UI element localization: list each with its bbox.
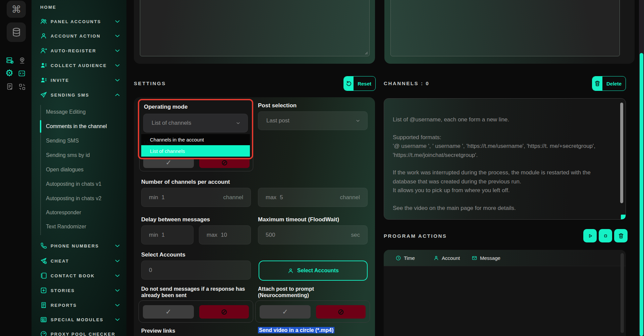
submenu-autoresponder[interactable]: Autoresponder [32,208,126,218]
chevron-down-icon [114,316,121,323]
toggle-no-button[interactable]: ⊘ [199,305,249,319]
reset-icon [344,76,354,91]
command-icon: ⌘ [11,4,21,15]
stop-icon [602,233,609,239]
chevron-down-icon [114,76,121,84]
page-scrollbar-thumb[interactable] [640,53,643,336]
notebook-icon [40,272,47,279]
post-selection-select[interactable]: Last post [258,111,368,130]
accounts-count-input[interactable]: 0 [141,261,251,280]
resize-handle-icon[interactable] [364,51,368,55]
channels-resize-handle[interactable] [621,215,626,219]
program-actions-title: PROGRAM ACTIONS [384,233,447,239]
timeout-input[interactable]: 500 sec [258,225,368,244]
operating-mode-dropdown: Channels in the account List of channels [141,134,250,157]
dropdown-option-channels-in-account[interactable]: Channels in the account [141,134,250,145]
chevron-up-icon [114,91,121,99]
submenu-sending-sms[interactable]: Sending SMS [32,136,126,146]
clipboard-check-icon[interactable] [6,82,14,91]
sidebar-item-account-action[interactable]: ACCOUNT ACTION [32,30,126,42]
submenu-message-editing[interactable]: Message Editing [32,107,126,117]
message-panel [134,0,375,64]
submenu-text-randomizer[interactable]: Text Randomizer [32,222,126,232]
sidebar-item-special-modules[interactable]: SPECIAL MODULES [32,314,126,326]
right-textarea[interactable] [390,0,620,56]
sidebar-item-proxy-pool-checker[interactable]: PROXY POOL CHECKER [32,328,126,336]
sidebar-item-reports[interactable]: REPORTS [32,299,126,311]
paper-plane-icon [40,91,47,99]
sidebar-item-stories[interactable]: STORIES [32,284,126,296]
toggle-yes-button[interactable]: ✓ [143,305,194,319]
sidebar-item-phone-numbers[interactable]: PHONE NUMBERS [32,240,126,252]
trash-button[interactable] [614,229,628,242]
toggle-yes-button[interactable]: ✓ [260,305,311,319]
channels-scrollbar[interactable] [620,103,623,203]
delay-min-input[interactable]: min1 [141,225,194,244]
sidebar-item-collect-audience[interactable]: COLLECT AUDIENCE [32,59,126,71]
sidebar-item-sending-sms[interactable]: SENDING SMS [32,89,126,101]
table-scrollbar[interactable] [621,253,624,333]
chevron-down-icon [114,287,121,294]
chevron-down-icon [114,47,121,54]
send-video-label[interactable]: Send video in a circle (*.mp4) [258,327,334,333]
database-icon [11,27,21,37]
user-icon [40,32,47,40]
program-actions-table: Time Account Message [384,250,626,336]
webcam-icon[interactable] [18,56,26,64]
message-textarea[interactable] [140,0,370,56]
operating-mode-select[interactable]: List of channels [143,114,248,132]
delete-button[interactable]: Delete [592,76,626,91]
stop-button[interactable] [599,229,612,242]
submenu-sending-sms-by-id[interactable]: Sending sms by id [32,150,126,160]
channels-info-text: List of @username, each one form a new l… [393,116,595,211]
gear-icon[interactable]: ⚙ [5,69,13,77]
chevron-down-icon [114,257,121,265]
max-timeout-label: Maximum timeout (FloodWait) [258,216,339,223]
submenu-autoposting-v2[interactable]: Autoposting in chats v2 [32,193,126,204]
sidebar-item-contact-book[interactable]: CONTACT BOOK [32,270,126,282]
sidebar-item-auto-register[interactable]: AUTO-REGISTER [32,45,126,57]
column-message: Message [472,250,500,266]
sidebar-item-panel-accounts[interactable]: PANEL ACCOUNTS [32,15,126,27]
code-window-icon[interactable] [18,69,26,77]
chevron-down-icon [235,120,241,126]
chevron-down-icon [355,118,361,123]
submenu-autoposting-v1[interactable]: Autoposting in chats v1 [32,179,126,189]
database-button[interactable] [7,22,26,42]
sidebar-item-home[interactable]: HOME [32,1,126,13]
sidebar-item-cheat[interactable]: CHEAT [32,255,126,267]
clock-icon [395,255,401,261]
sidebar-item-invite[interactable]: INVITE [32,74,126,86]
page-scrollbar[interactable] [639,0,644,336]
toggle-no-button[interactable]: ⊘ [316,305,366,319]
trash-icon [618,233,624,239]
min-channels-input[interactable]: min1 channel [141,188,251,207]
max-channels-input[interactable]: max5 channel [258,188,368,207]
server-check-icon[interactable] [6,56,14,64]
newspaper-icon [40,316,47,323]
no-resend-toggle: ✓ ⊘ [139,300,253,323]
post-selection-label: Post selection [258,102,297,109]
qr-transfer-icon[interactable] [18,83,26,91]
chevron-down-icon [114,242,121,249]
submenu-open-dialogues[interactable]: Open dialogues [32,165,126,175]
right-top-panel [384,0,635,64]
submenu-comments-in-the-channel[interactable]: Comments in the channel [32,121,126,131]
gauge-icon [40,330,47,336]
preview-links-label: Preview links [141,328,175,334]
envelope-icon [472,255,477,261]
settings-title: SETTINGS [134,80,166,86]
delay-max-input[interactable]: max10 [199,225,251,244]
chevron-down-icon [114,272,121,279]
user-icon [433,255,439,261]
reset-button[interactable]: Reset [343,76,376,91]
dropdown-option-list-of-channels[interactable]: List of channels [141,145,250,157]
chevron-down-icon [114,62,121,69]
attach-post-label: Attach post to prompt (Neurocommenting) [258,286,362,299]
no-resend-label: Do not send messages if a response has a… [141,286,245,299]
channels-info-box[interactable]: List of @username, each one form a new l… [384,98,626,220]
play-icon [587,233,593,239]
play-button[interactable] [583,229,597,242]
command-button[interactable]: ⌘ [7,1,26,18]
select-accounts-button[interactable]: Select Accounts [259,261,368,281]
